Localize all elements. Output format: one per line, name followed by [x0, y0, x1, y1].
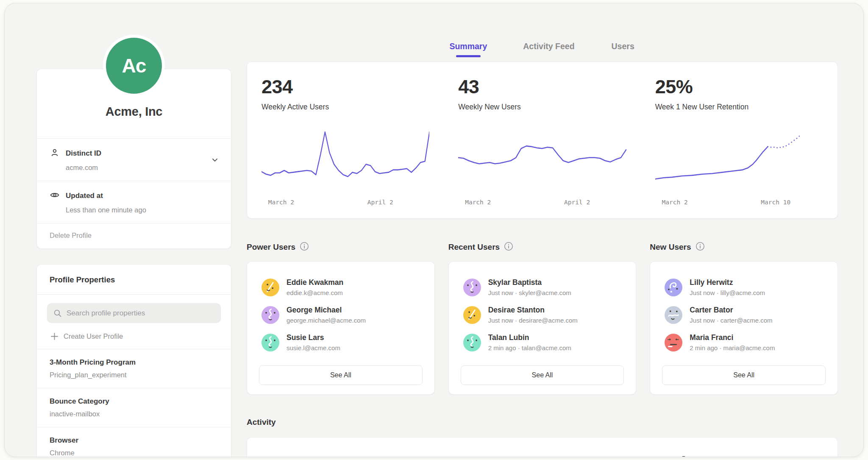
- company-avatar: Ac: [103, 35, 165, 97]
- axis-tick-label: April 2: [367, 199, 393, 206]
- user-list-item[interactable]: Susie Larssusie.l@acme.com: [259, 329, 423, 356]
- activity-stat-value: 240: [458, 454, 626, 457]
- sparkline-chart: [655, 127, 823, 195]
- user-list-item[interactable]: Eddie Kwakmaneddie.k@acme.com: [259, 273, 423, 301]
- section-header: Recent Users: [448, 242, 637, 253]
- create-user-profile-label: Create User Profile: [64, 332, 123, 340]
- user-subtext: susie.l@acme.com: [287, 344, 340, 351]
- info-icon[interactable]: [504, 242, 513, 253]
- property-label: 3-Month Pricing Program: [50, 358, 218, 367]
- info-icon[interactable]: [300, 242, 309, 253]
- company-avatar-circle: Ac: [106, 38, 162, 94]
- info-icon[interactable]: [696, 242, 705, 253]
- user-avatar: [262, 306, 279, 324]
- see-all-button[interactable]: See All: [259, 365, 423, 385]
- property-row-bounce-category[interactable]: Bounce Categoryinactive-mailbox: [37, 388, 231, 427]
- activity-title: Activity: [247, 418, 838, 427]
- chart-x-axis: March 2April 2: [262, 199, 429, 210]
- property-label: Bounce Category: [50, 397, 218, 406]
- tab-activity-feed[interactable]: Activity Feed: [523, 42, 574, 57]
- activity-stat: 3.4k: [641, 454, 837, 457]
- activity-stat-value: 234: [262, 454, 429, 457]
- section-title: Recent Users: [448, 243, 500, 252]
- company-name: Acme, Inc: [37, 105, 231, 138]
- search-box[interactable]: [47, 303, 221, 323]
- user-name: Eddie Kwakman: [287, 278, 343, 287]
- user-list-card: Skylar BaptistaJust now · skyler@acme.co…: [448, 261, 637, 395]
- user-subtext: 2 min ago · maria@acme.com: [690, 344, 775, 351]
- profile-properties-title: Profile Properties: [37, 265, 231, 294]
- activity-card: 2342403.4k: [247, 437, 838, 457]
- see-all-button[interactable]: See All: [662, 365, 826, 385]
- chart-x-axis: March 2April 2: [458, 199, 626, 210]
- activity-stat: 234: [247, 454, 444, 457]
- identity-row-label: Distinct ID: [66, 149, 101, 158]
- axis-tick-label: April 2: [564, 199, 590, 206]
- tab-summary[interactable]: Summary: [449, 42, 487, 57]
- user-list-item[interactable]: George Michaelgeorge.michael@acme.com: [259, 301, 423, 329]
- user-name: Carter Bator: [690, 306, 772, 315]
- section-title: New Users: [650, 243, 691, 252]
- section-header: New Users: [650, 242, 838, 253]
- user-list-item[interactable]: Carter BatorJust now · carter@acme.com: [662, 301, 826, 329]
- section-new-users: New UsersLilly HerwitzJust now · lilly@a…: [650, 242, 838, 395]
- search-profile-properties-input[interactable]: [67, 309, 215, 318]
- chevron-down-icon[interactable]: [210, 155, 220, 165]
- activity-stat-value: 3.4k: [655, 454, 823, 457]
- user-list-card: Lilly HerwitzJust now · lilly@acme.comCa…: [650, 261, 838, 395]
- stat-value: 234: [262, 77, 429, 96]
- profile-properties-search-area: [37, 294, 231, 326]
- property-row-3-month-pricing-program[interactable]: 3-Month Pricing ProgramPricing_plan_expe…: [37, 349, 231, 388]
- user-list-item[interactable]: Lilly HerwitzJust now · lilly@acme.com: [662, 273, 826, 301]
- property-value: Pricing_plan_experiment: [50, 371, 218, 379]
- identity-row-label: Updated at: [66, 192, 103, 200]
- axis-tick-label: March 2: [662, 199, 688, 206]
- user-subtext: eddie.k@acme.com: [287, 289, 343, 296]
- create-user-profile-button[interactable]: Create User Profile: [37, 326, 231, 349]
- property-label: Browser: [50, 436, 218, 445]
- stat-weekly-new-users: 43Weekly New UsersMarch 2April 2: [444, 77, 640, 210]
- stat-label: Weekly New Users: [458, 103, 626, 112]
- summary-stats-card: 234Weekly Active UsersMarch 2April 243We…: [247, 61, 838, 219]
- stat-value: 25%: [655, 77, 823, 96]
- eye-icon: [50, 190, 60, 202]
- user-subtext: Just now · desirare@acme.com: [488, 317, 578, 324]
- stat-weekly-active-users: 234Weekly Active UsersMarch 2April 2: [247, 77, 444, 210]
- tab-label: Summary: [449, 42, 487, 51]
- property-value: inactive-mailbox: [50, 410, 218, 418]
- tab-label: Users: [611, 42, 635, 51]
- user-list-item[interactable]: Skylar BaptistaJust now · skyler@acme.co…: [461, 273, 624, 301]
- see-all-button[interactable]: See All: [461, 365, 624, 385]
- stat-value: 43: [458, 77, 626, 96]
- person-icon: [50, 148, 60, 159]
- plus-icon: [50, 332, 58, 340]
- profile-properties-card: Profile Properties Creat: [36, 264, 231, 457]
- section-power-users: Power UsersEddie Kwakmaneddie.k@acme.com…: [247, 242, 435, 395]
- user-name: Talan Lubin: [488, 333, 571, 342]
- user-avatar: [262, 334, 279, 351]
- delete-profile-button[interactable]: Delete Profile: [37, 223, 231, 248]
- user-list-item[interactable]: Maria Franci2 min ago · maria@acme.com: [662, 329, 826, 356]
- search-icon: [53, 309, 62, 318]
- user-avatar: [665, 279, 682, 296]
- tab-underline: [456, 55, 481, 57]
- user-avatar: [463, 279, 481, 296]
- tab-users[interactable]: Users: [611, 42, 635, 57]
- stat-week-1-new-user-retention: 25%Week 1 New User RetentionMarch 2March…: [641, 77, 837, 210]
- user-subtext: george.michael@acme.com: [287, 317, 366, 324]
- user-list-item[interactable]: Talan Lubin2 min ago · talan@acme.com: [461, 329, 624, 356]
- stat-label: Weekly Active Users: [262, 103, 429, 112]
- property-row-browser[interactable]: BrowserChrome: [37, 427, 231, 457]
- section-title: Power Users: [247, 243, 295, 252]
- axis-tick-label: March 2: [465, 199, 491, 206]
- company-initials: Ac: [122, 54, 146, 77]
- profile-sidebar: Ac Acme, Inc Distinct IDacme.comUpdated …: [36, 3, 231, 457]
- axis-tick-label: March 2: [268, 199, 294, 206]
- tab-label: Activity Feed: [523, 42, 574, 51]
- tab-bar: SummaryActivity FeedUsers: [247, 42, 838, 57]
- user-subtext: 2 min ago · talan@acme.com: [488, 344, 571, 351]
- sparkline-chart: [262, 127, 429, 195]
- chart-x-axis: March 2March 10: [655, 199, 823, 210]
- user-list-item[interactable]: Desirae StantonJust now · desirare@acme.…: [461, 301, 624, 329]
- app-window: Ac Acme, Inc Distinct IDacme.comUpdated …: [4, 3, 864, 457]
